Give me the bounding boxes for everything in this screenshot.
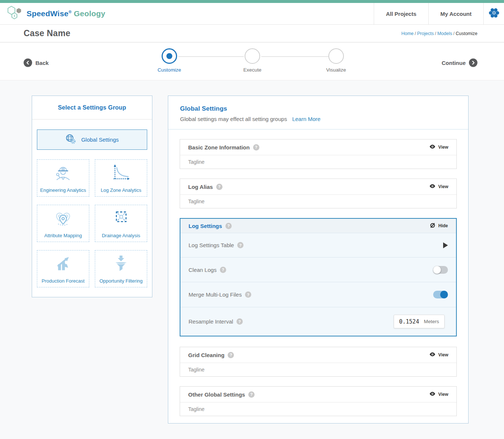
speedwise-logo-icon xyxy=(7,6,22,21)
step-label: Execute xyxy=(236,67,269,73)
help-icon[interactable]: ? xyxy=(237,242,244,248)
back-label: Back xyxy=(35,60,49,66)
help-icon[interactable]: ? xyxy=(237,318,243,325)
step-circle xyxy=(328,48,344,64)
group-drainage-analysis[interactable]: Drainage Analysis xyxy=(95,205,147,242)
breadcrumb-projects[interactable]: Projects xyxy=(417,31,434,36)
view-label: View xyxy=(438,392,448,397)
settings-group-list: Global Settings xyxy=(32,120,152,294)
step-visualize[interactable]: Visualize xyxy=(320,48,353,73)
breadcrumb-home[interactable]: Home xyxy=(401,31,414,36)
group-label: Engineering Analytics xyxy=(40,187,86,193)
view-button[interactable]: View xyxy=(429,352,448,358)
merge-multi-log-toggle[interactable] xyxy=(433,291,448,298)
step-execute[interactable]: Execute xyxy=(236,48,269,73)
group-label: Drainage Analysis xyxy=(102,233,140,238)
main-content: Select a Settings Group xyxy=(0,80,504,439)
help-icon[interactable]: ? xyxy=(248,391,255,398)
global-settings-panel: Global Settings Global settings may effe… xyxy=(168,96,469,424)
breadcrumb-separator: / xyxy=(414,31,417,36)
trend-bars-icon xyxy=(52,250,75,278)
group-production-forecast[interactable]: Production Forecast xyxy=(37,250,89,287)
step-label: Visualize xyxy=(320,67,353,73)
group-attribute-mapping[interactable]: Attribute Mapping xyxy=(37,205,89,242)
section-header: Basic Zone Information ? View xyxy=(180,139,456,155)
hide-label: Hide xyxy=(438,223,448,228)
stepper-connector xyxy=(261,56,328,57)
view-label: View xyxy=(438,145,448,150)
view-label: View xyxy=(438,352,448,357)
section-log-settings: Log Settings ? Hide Log Settings Table ? xyxy=(180,218,457,336)
section-header: Log Alias ? View xyxy=(180,179,456,195)
global-settings-title: Global Settings xyxy=(180,105,456,113)
continue-label: Continue xyxy=(442,60,466,66)
stepper-connector xyxy=(178,56,244,57)
view-button[interactable]: View xyxy=(429,391,448,397)
help-icon[interactable]: ? xyxy=(228,352,234,358)
expand-arrow-icon[interactable] xyxy=(443,242,448,248)
nav-all-projects[interactable]: All Projects xyxy=(374,3,428,24)
app-root: SpeedWise® Geology All Projects My Accou… xyxy=(0,0,504,439)
section-title: Log Alias xyxy=(188,184,213,190)
step-label: Customize xyxy=(153,67,186,73)
eye-icon xyxy=(429,352,436,358)
view-button[interactable]: View xyxy=(429,144,448,150)
group-label: Log Zone Analytics xyxy=(101,187,141,193)
decay-curve-icon xyxy=(110,160,132,187)
setting-row-clean-logs: Clean Logs ? xyxy=(180,257,456,282)
section-title: Basic Zone Information xyxy=(188,144,250,151)
section-grid-cleaning: Grid Cleaning ? View Tagline xyxy=(180,347,457,377)
clean-logs-toggle[interactable] xyxy=(433,266,448,274)
continue-button[interactable]: Continue xyxy=(442,59,477,67)
section-other-global-settings: Other Global Settings ? View Tagline xyxy=(180,386,457,416)
breadcrumb: Home/Projects/Models/Customize xyxy=(401,31,477,36)
eye-off-icon xyxy=(429,222,436,229)
section-header: Other Global Settings ? View xyxy=(180,387,456,402)
back-button[interactable]: Back xyxy=(24,59,49,67)
view-label: View xyxy=(438,184,448,189)
help-icon[interactable]: ? xyxy=(253,144,259,151)
help-icon[interactable]: ? xyxy=(220,267,226,273)
section-tagline: Tagline xyxy=(180,195,456,208)
setting-label: Merge Multi-Log Files xyxy=(189,291,242,298)
chevron-left-icon xyxy=(24,59,32,67)
section-header: Grid Cleaning ? View xyxy=(180,347,456,363)
section-title: Other Global Settings xyxy=(188,391,245,398)
settings-group-panel-title: Select a Settings Group xyxy=(32,96,152,120)
apps-menu-button[interactable] xyxy=(483,3,504,24)
step-customize[interactable]: Customize xyxy=(153,48,186,73)
map-pins-icon xyxy=(52,205,75,233)
section-title: Grid Cleaning xyxy=(188,352,224,358)
funnel-icon xyxy=(110,250,132,278)
hide-button[interactable]: Hide xyxy=(429,222,448,229)
help-icon[interactable]: ? xyxy=(245,291,251,298)
eye-icon xyxy=(429,391,436,397)
globe-gear-icon xyxy=(65,134,76,146)
app-header: SpeedWise® Geology All Projects My Accou… xyxy=(0,3,504,25)
brand[interactable]: SpeedWise® Geology xyxy=(7,6,105,21)
eye-icon xyxy=(429,184,436,190)
group-engineering-analytics[interactable]: Engineering Analytics xyxy=(37,159,89,197)
group-label: Attribute Mapping xyxy=(44,233,82,238)
nav-my-account[interactable]: My Account xyxy=(428,3,483,24)
group-log-zone-analytics[interactable]: Log Zone Analytics xyxy=(95,159,147,197)
case-header: Case Name Home/Projects/Models/Customize xyxy=(0,25,504,42)
resample-interval-input[interactable] xyxy=(399,318,420,325)
help-icon[interactable]: ? xyxy=(216,184,222,190)
group-opportunity-filtering[interactable]: Opportunity Filtering xyxy=(95,250,147,287)
breadcrumb-models[interactable]: Models xyxy=(437,31,452,36)
settings-group-panel: Select a Settings Group xyxy=(32,96,152,297)
group-global-settings[interactable]: Global Settings xyxy=(37,129,147,150)
global-settings-sections: Basic Zone Information ? View Tagline Lo… xyxy=(168,129,468,416)
expand-square-icon xyxy=(110,205,132,233)
step-circle-active xyxy=(162,48,177,64)
group-label: Production Forecast xyxy=(42,278,84,284)
setting-label: Log Settings Table xyxy=(189,242,234,248)
view-button[interactable]: View xyxy=(429,184,448,190)
section-tagline: Tagline xyxy=(180,155,456,169)
section-tagline: Tagline xyxy=(180,402,456,416)
hex-flower-icon xyxy=(488,7,500,20)
help-icon[interactable]: ? xyxy=(225,223,232,229)
learn-more-link[interactable]: Learn More xyxy=(292,116,321,122)
top-accent-bar xyxy=(0,0,504,3)
